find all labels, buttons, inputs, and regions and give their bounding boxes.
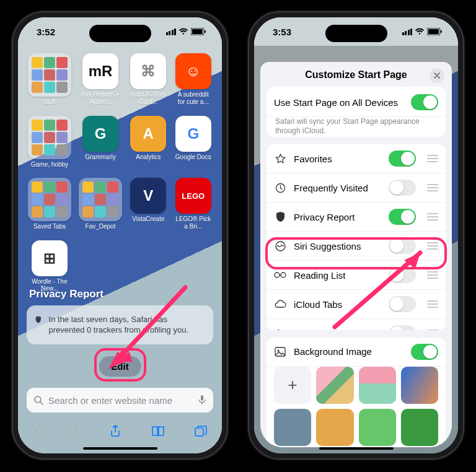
toggle[interactable] <box>389 238 416 254</box>
svg-rect-6 <box>195 428 203 436</box>
row-privacy-report[interactable]: Privacy Report <box>267 203 446 232</box>
mic-icon[interactable] <box>198 395 206 405</box>
all-devices-subtitle: Safari will sync your Start Page appeara… <box>267 117 446 137</box>
background-tile[interactable] <box>316 409 353 446</box>
privacy-report-section: Privacy Report In the last seven days, S… <box>27 288 213 344</box>
customize-sheet: Customize Start Page Use Start Page on A… <box>260 62 452 447</box>
home-indicator[interactable] <box>319 447 394 450</box>
status-indicators <box>166 28 206 35</box>
cellular-icon <box>402 28 413 35</box>
tabs-icon[interactable] <box>195 426 207 437</box>
row-reading-list[interactable]: Reading List <box>267 261 446 290</box>
row-icloud-tabs[interactable]: iCloud Tabs <box>267 290 446 319</box>
app-icon[interactable]: GGrammarly <box>79 116 122 168</box>
row-label: Reading List <box>294 270 381 281</box>
close-icon <box>434 72 440 79</box>
sheet-header: Customize Start Page <box>260 62 452 87</box>
back-icon[interactable] <box>33 426 42 437</box>
home-indicator[interactable] <box>83 447 157 450</box>
row-frequently-visited[interactable]: Frequently Visited <box>267 173 446 203</box>
row-label: Siri Suggestions <box>294 241 381 251</box>
background-tile[interactable] <box>401 367 438 404</box>
cellular-icon <box>166 28 177 35</box>
app-icon[interactable]: GGoogle Docs <box>175 116 213 168</box>
people-icon <box>274 329 286 330</box>
status-indicators <box>402 28 443 35</box>
row-label: Privacy Report <box>294 212 381 222</box>
close-button[interactable] <box>430 68 444 83</box>
app-label: VistaCreate <box>132 216 164 223</box>
app-grid: stuffmRmacReports • Apple...⌘macOS User … <box>28 53 212 292</box>
edit-button[interactable]: Edit <box>99 356 141 377</box>
app-icon[interactable]: stuff <box>28 53 71 106</box>
background-image-label: Background Image <box>294 346 403 357</box>
row-shared-with-you[interactable]: Shared with You <box>267 319 446 330</box>
row-all-devices[interactable]: Use Start Page on All Devices <box>267 88 446 117</box>
background-tile[interactable] <box>401 409 438 446</box>
background-tile[interactable] <box>359 409 396 446</box>
bookmarks-icon[interactable] <box>151 426 165 437</box>
row-label: Frequently Visited <box>294 183 381 193</box>
dynamic-island <box>325 25 387 42</box>
app-icon[interactable]: ☺A subreddit for cute a... <box>175 53 213 106</box>
drag-handle-icon[interactable] <box>427 155 438 162</box>
app-icon[interactable]: VVistaCreate <box>130 178 167 230</box>
app-label: stuff <box>44 98 56 106</box>
forward-icon[interactable] <box>71 426 80 437</box>
app-label: Grammarly <box>85 154 115 161</box>
app-icon[interactable]: Game, hobby <box>28 116 71 168</box>
drag-handle-icon[interactable] <box>427 300 438 308</box>
toggle[interactable] <box>389 151 416 167</box>
svg-rect-8 <box>428 29 439 34</box>
app-label: Saved Tabs <box>33 223 66 230</box>
row-favorites[interactable]: Favorites <box>267 144 446 173</box>
background-tile[interactable] <box>316 367 353 404</box>
clock-icon <box>274 183 286 193</box>
app-label: macOS User Guid... <box>130 91 167 105</box>
sheet-title: Customize Start Page <box>305 69 407 81</box>
row-siri-suggestions[interactable]: Siri Suggestions <box>267 232 446 261</box>
search-icon <box>34 396 43 405</box>
drag-handle-icon[interactable] <box>427 184 438 191</box>
app-icon[interactable]: mRmacReports • Apple... <box>79 53 122 106</box>
app-label: Game, hobby <box>31 161 68 168</box>
row-background-image[interactable]: Background Image <box>267 338 446 367</box>
phone-left: 3:52 stuffmRmacReports • Apple...⌘macOS … <box>12 11 228 460</box>
svg-rect-5 <box>201 395 203 401</box>
add-background-button[interactable]: + <box>274 367 311 404</box>
phone-right: 3:53 Customize Start Page Use Start Pa <box>248 11 464 460</box>
svg-point-12 <box>275 273 280 278</box>
app-icon[interactable]: LEGOLEGO® Pick a Bri... <box>175 178 213 230</box>
toggle[interactable] <box>389 296 416 312</box>
search-placeholder: Search or enter website name <box>48 395 193 406</box>
toggle-background-image[interactable] <box>411 344 438 360</box>
toggle[interactable] <box>389 325 416 330</box>
toggle[interactable] <box>389 209 416 225</box>
options-list: FavoritesFrequently VisitedPrivacy Repor… <box>267 144 446 330</box>
toggle[interactable] <box>389 180 416 196</box>
drag-handle-icon[interactable] <box>427 271 438 279</box>
app-label: Analytics <box>136 154 161 161</box>
app-icon[interactable]: Fav_Depot <box>79 178 122 230</box>
drag-handle-icon[interactable] <box>427 242 438 250</box>
dynamic-island <box>89 25 151 42</box>
drag-handle-icon[interactable] <box>427 213 438 221</box>
share-icon[interactable] <box>110 425 121 437</box>
image-icon <box>274 347 286 357</box>
app-label: LEGO® Pick a Bri... <box>175 216 213 230</box>
shield-icon <box>35 314 42 325</box>
toggle-all-devices[interactable] <box>411 94 438 110</box>
privacy-report-title: Privacy Report <box>29 288 213 300</box>
shield-icon <box>274 212 286 222</box>
toggle[interactable] <box>389 267 416 283</box>
app-icon[interactable]: Saved Tabs <box>28 178 71 230</box>
app-icon[interactable]: ⌘macOS User Guid... <box>130 53 167 106</box>
svg-rect-16 <box>275 347 285 356</box>
background-tile[interactable] <box>274 409 311 446</box>
app-icon[interactable]: ⊞Wordle - The New... <box>28 240 71 292</box>
background-tile[interactable] <box>359 367 396 404</box>
svg-point-17 <box>278 349 280 351</box>
privacy-report-card[interactable]: In the last seven days, Safari has preve… <box>27 305 213 344</box>
app-icon[interactable]: AAnalytics <box>130 116 167 168</box>
search-bar[interactable]: Search or enter website name <box>27 388 213 413</box>
